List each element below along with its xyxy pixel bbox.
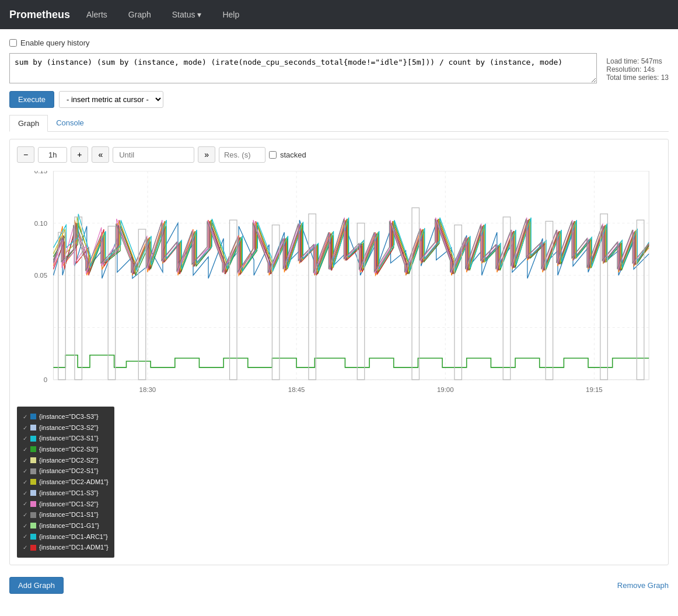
tab-graph[interactable]: Graph xyxy=(9,115,48,132)
nav-graph[interactable]: Graph xyxy=(124,8,156,22)
tab-console[interactable]: Console xyxy=(48,115,92,132)
legend-label: {instance="DC1-ARC1"} xyxy=(39,531,108,542)
legend-item[interactable]: ✓ {instance="DC2-S3"} xyxy=(23,444,109,455)
legend-check-icon: ✓ xyxy=(23,477,27,487)
legend-color-swatch xyxy=(30,468,36,474)
legend-label: {instance="DC3-S2"} xyxy=(39,422,99,433)
legend-label: {instance="DC1-ADM1"} xyxy=(39,542,109,553)
add-graph-button[interactable]: Add Graph xyxy=(9,577,64,594)
legend-item[interactable]: ✓ {instance="DC3-S1"} xyxy=(23,433,109,444)
legend-check-icon: ✓ xyxy=(23,433,27,443)
legend-label: {instance="DC1-S3"} xyxy=(39,488,99,499)
legend-label: {instance="DC1-S1"} xyxy=(39,509,99,520)
graph-panel: − 1h + « » stacked xyxy=(9,139,669,565)
nav-help[interactable]: Help xyxy=(218,8,244,22)
legend-check-icon: ✓ xyxy=(23,531,27,541)
bottom-actions: Add Graph Remove Graph xyxy=(9,572,669,598)
enable-history-row: Enable query history xyxy=(9,38,669,47)
time-range-display: 1h xyxy=(38,147,67,163)
query-input[interactable] xyxy=(9,53,597,83)
legend-item[interactable]: ✓ {instance="DC1-S2"} xyxy=(23,499,109,510)
query-textarea-wrap xyxy=(9,53,597,85)
svg-text:19:00: 19:00 xyxy=(437,386,454,393)
legend-item[interactable]: ✓ {instance="DC1-S3"} xyxy=(23,488,109,499)
nav-alerts[interactable]: Alerts xyxy=(82,8,112,22)
legend-color-swatch xyxy=(30,534,36,540)
load-info: Load time: 547ms Resolution: 14s Total t… xyxy=(606,57,669,82)
legend-check-icon: ✓ xyxy=(23,488,27,498)
tabs: Graph Console xyxy=(9,115,669,132)
svg-text:0: 0 xyxy=(44,376,47,383)
legend-color-swatch xyxy=(30,446,36,452)
legend: ✓ {instance="DC3-S3"} ✓ {instance="DC3-S… xyxy=(17,407,114,558)
legend-check-icon: ✓ xyxy=(23,456,27,466)
legend-color-swatch xyxy=(30,479,36,485)
legend-color-swatch xyxy=(30,414,36,419)
legend-item[interactable]: ✓ {instance="DC3-S2"} xyxy=(23,422,109,433)
legend-color-swatch xyxy=(30,523,36,528)
legend-color-swatch xyxy=(30,457,36,463)
enable-history-checkbox[interactable] xyxy=(9,39,17,47)
legend-check-icon: ✓ xyxy=(23,412,27,422)
svg-text:0.15: 0.15 xyxy=(34,171,47,174)
svg-text:19:15: 19:15 xyxy=(586,386,603,393)
legend-label: {instance="DC1-G1"} xyxy=(39,520,99,531)
brand-title: Prometheus xyxy=(9,9,70,21)
legend-label: {instance="DC3-S3"} xyxy=(39,411,99,422)
execute-button[interactable]: Execute xyxy=(9,91,54,108)
query-bar: Load time: 547ms Resolution: 14s Total t… xyxy=(9,53,669,85)
legend-label: {instance="DC3-S1"} xyxy=(39,433,99,444)
legend-item[interactable]: ✓ {instance="DC3-S3"} xyxy=(23,411,109,422)
page-content: Enable query history Load time: 547ms Re… xyxy=(0,29,678,608)
legend-color-swatch xyxy=(30,436,36,442)
chart-svg: 0.15 0.10 0.05 0 18:30 18:45 19:00 19:15 xyxy=(17,171,661,404)
chart-container: 0.15 0.10 0.05 0 18:30 18:45 19:00 19:15 xyxy=(17,171,661,404)
stacked-label[interactable]: stacked xyxy=(269,150,306,159)
nav-status[interactable]: Status ▾ xyxy=(167,8,207,22)
stacked-checkbox[interactable] xyxy=(269,151,277,159)
total-series: Total time series: 13 xyxy=(606,74,669,82)
legend-label: {instance="DC1-S2"} xyxy=(39,499,99,510)
legend-check-icon: ✓ xyxy=(23,466,27,476)
legend-item[interactable]: ✓ {instance="DC1-S1"} xyxy=(23,509,109,520)
legend-color-swatch xyxy=(30,490,36,496)
zoom-in-button[interactable]: + xyxy=(71,146,88,163)
legend-label: {instance="DC2-S3"} xyxy=(39,444,99,455)
legend-check-icon: ✓ xyxy=(23,510,27,520)
enable-history-label[interactable]: Enable query history xyxy=(20,38,90,47)
load-time: Load time: 547ms xyxy=(606,57,669,65)
legend-check-icon: ✓ xyxy=(23,499,27,509)
legend-check-icon: ✓ xyxy=(23,521,27,531)
back-button[interactable]: « xyxy=(92,146,109,163)
res-input[interactable] xyxy=(219,147,265,163)
remove-graph-button[interactable]: Remove Graph xyxy=(617,581,669,590)
legend-color-swatch xyxy=(30,545,36,551)
controls-row: − 1h + « » stacked xyxy=(17,146,661,163)
legend-label: {instance="DC2-S1"} xyxy=(39,466,99,477)
svg-text:0.05: 0.05 xyxy=(34,272,47,279)
resolution: Resolution: 14s xyxy=(606,65,669,74)
chevron-down-icon: ▾ xyxy=(197,10,201,19)
svg-text:0.10: 0.10 xyxy=(34,220,47,227)
legend-item[interactable]: ✓ {instance="DC2-ADM1"} xyxy=(23,477,109,488)
legend-check-icon: ✓ xyxy=(23,542,27,552)
legend-item[interactable]: ✓ {instance="DC1-ARC1"} xyxy=(23,531,109,542)
until-input[interactable] xyxy=(113,147,194,163)
svg-text:18:45: 18:45 xyxy=(288,386,305,393)
legend-check-icon: ✓ xyxy=(23,423,27,433)
legend-color-swatch xyxy=(30,425,36,430)
legend-item[interactable]: ✓ {instance="DC1-G1"} xyxy=(23,520,109,531)
legend-item[interactable]: ✓ {instance="DC2-S1"} xyxy=(23,466,109,477)
insert-metric-select[interactable]: - insert metric at cursor - xyxy=(59,91,163,108)
legend-color-swatch xyxy=(30,512,36,518)
execute-row: Execute - insert metric at cursor - xyxy=(9,91,669,108)
zoom-out-button[interactable]: − xyxy=(17,146,34,163)
legend-label: {instance="DC2-ADM1"} xyxy=(39,477,109,488)
stacked-text: stacked xyxy=(280,150,306,159)
legend-item[interactable]: ✓ {instance="DC1-ADM1"} xyxy=(23,542,109,553)
forward-button[interactable]: » xyxy=(198,146,215,163)
legend-color-swatch xyxy=(30,501,36,507)
legend-check-icon: ✓ xyxy=(23,444,27,454)
navbar: Prometheus Alerts Graph Status ▾ Help xyxy=(0,0,678,29)
legend-item[interactable]: ✓ {instance="DC2-S2"} xyxy=(23,455,109,466)
